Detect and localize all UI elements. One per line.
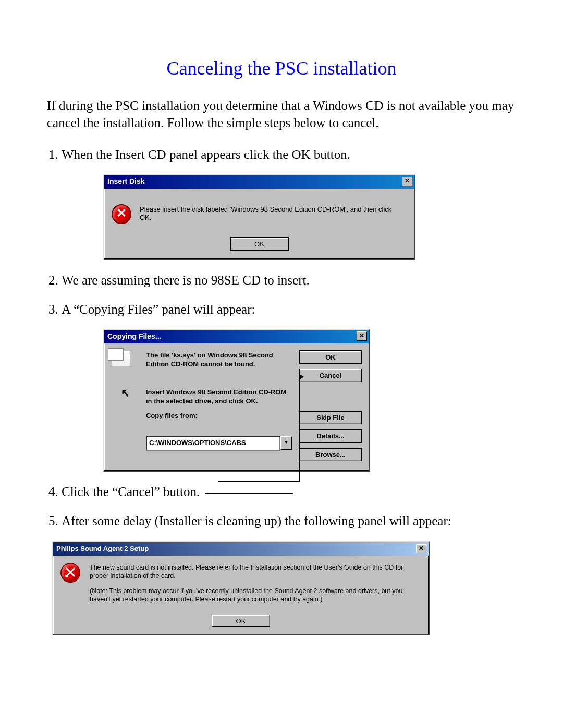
insert-disk-title: Insert Disk (107, 177, 145, 187)
step-5: After some delay (Installer is cleaning … (62, 512, 516, 530)
annotation-line (205, 493, 293, 494)
skip-file-button[interactable]: Skip File (299, 411, 362, 425)
step-5-text: After some delay (Installer is cleaning … (62, 514, 451, 528)
details-button[interactable]: Details... (299, 429, 362, 443)
step-2: We are assuming there is no 98SE CD to i… (62, 272, 516, 289)
close-icon[interactable]: ✕ (416, 544, 426, 553)
cancel-button[interactable]: Cancel (299, 369, 362, 382)
step-3-text: A “Copying Files” panel will appear: (62, 302, 255, 316)
step-4: Click the “Cancel” button. (62, 483, 516, 501)
philips-message-2: (Note: This problem may occur if you've … (90, 587, 419, 603)
philips-title: Philips Sound Agent 2 Setup (56, 545, 149, 552)
browse-button[interactable]: Browse... (299, 448, 362, 462)
philips-titlebar: Philips Sound Agent 2 Setup ✕ (53, 542, 429, 556)
philips-message-1: The new sound card is not installed. Ple… (90, 564, 419, 580)
files-icon (112, 351, 130, 366)
page-title: Canceling the PSC installation (47, 57, 516, 79)
step-4-text: Click the “Cancel” button. (62, 483, 200, 501)
ok-button[interactable]: OK (212, 615, 270, 627)
philips-setup-dialog: Philips Sound Agent 2 Setup ✕ The new so… (52, 541, 430, 636)
step-1: When the Insert CD panel appears click t… (62, 146, 516, 260)
close-icon[interactable]: ✕ (357, 331, 367, 341)
insert-disk-dialog: Insert Disk ✕ ✕ Please insert the disk l… (103, 174, 415, 260)
insert-disk-titlebar: Insert Disk ✕ (104, 175, 414, 189)
ok-button[interactable]: OK (230, 238, 289, 251)
cursor-icon: ↖ (112, 388, 139, 406)
copying-files-titlebar: Copying Files... ✕ (104, 330, 369, 343)
error-icon: ✕ (112, 204, 131, 224)
step-3: A “Copying Files” panel will appear: Cop… (62, 301, 516, 472)
close-icon[interactable]: ✕ (402, 177, 412, 186)
step-1-text: When the Insert CD panel appears click t… (62, 147, 350, 162)
error-icon (60, 563, 80, 583)
intro-paragraph: If during the PSC installation you deter… (47, 97, 516, 131)
insert-disk-message: Please insert the disk labeled 'Windows … (140, 204, 405, 224)
steps-list: When the Insert CD panel appears click t… (47, 146, 516, 530)
ok-button[interactable]: OK (299, 351, 362, 364)
annotation-line (218, 377, 300, 482)
copying-files-title: Copying Files... (107, 331, 161, 341)
